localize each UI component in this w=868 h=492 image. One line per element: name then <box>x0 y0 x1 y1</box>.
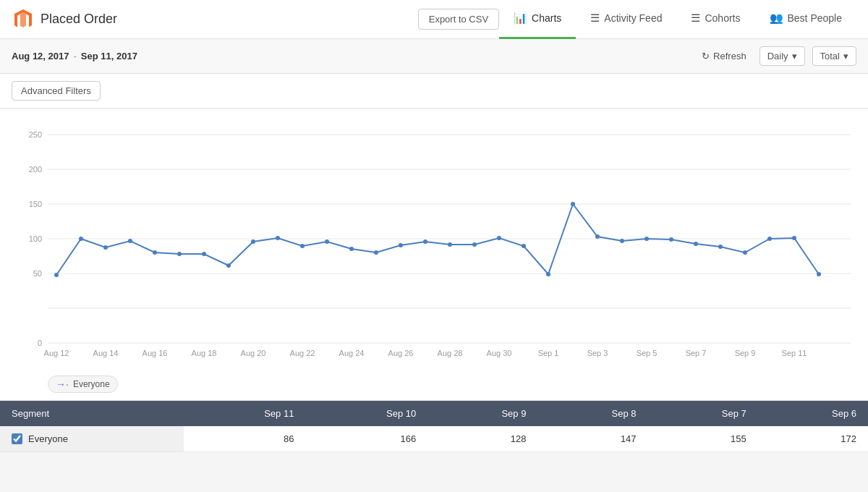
segment-label: Everyone <box>28 433 68 444</box>
svg-marker-1 <box>20 12 26 27</box>
data-point <box>743 250 747 255</box>
filters-bar: Advanced Filters <box>0 74 868 109</box>
data-point <box>718 245 723 249</box>
tab-charts[interactable]: 📊 Charts <box>499 0 576 39</box>
data-point <box>153 250 157 255</box>
data-point <box>423 239 427 244</box>
data-point <box>374 250 378 255</box>
tab-cohorts[interactable]: ☰ Cohorts <box>676 0 754 39</box>
data-point <box>644 237 649 241</box>
data-table: Segment Sep 11 Sep 10 Sep 9 Sep 8 Sep 7 <box>0 401 868 452</box>
header-logo: Placed Order <box>12 8 117 31</box>
data-point <box>226 263 231 268</box>
table-cell-value: 147 <box>537 426 647 452</box>
svg-text:Aug 16: Aug 16 <box>142 349 168 357</box>
data-point <box>399 243 403 247</box>
svg-text:Aug 20: Aug 20 <box>241 349 266 357</box>
magento-icon <box>12 8 35 31</box>
data-point <box>792 236 796 240</box>
svg-text:250: 250 <box>29 130 42 139</box>
segment-checkbox[interactable] <box>12 433 22 444</box>
advanced-filters-button[interactable]: Advanced Filters <box>12 81 101 101</box>
svg-text:100: 100 <box>29 234 42 243</box>
data-point <box>251 239 255 244</box>
tab-activity-feed[interactable]: ☰ Activity Feed <box>576 0 676 39</box>
refresh-label: Refresh <box>713 51 746 62</box>
svg-text:Aug 18: Aug 18 <box>192 349 217 357</box>
export-csv-button[interactable]: Export to CSV <box>418 9 499 30</box>
frequency-label: Daily <box>767 51 788 62</box>
data-point <box>522 244 526 248</box>
chart-svg-wrapper: 250 200 150 100 50 0 Aug 12 Aug 14 Aug 1… <box>12 120 856 368</box>
date-range: Aug 12, 2017 - Sep 11, 2017 <box>12 51 137 62</box>
tab-charts-label: Charts <box>532 12 561 24</box>
svg-text:0: 0 <box>38 339 42 347</box>
data-point <box>103 245 108 250</box>
svg-text:Sep 7: Sep 7 <box>686 349 707 357</box>
legend-line-icon: →· <box>56 378 69 390</box>
segment-cell: Everyone <box>0 426 184 452</box>
end-date: Sep 11, 2017 <box>81 51 137 62</box>
col-sep10: Sep 10 <box>305 401 427 426</box>
table-cell-value: 172 <box>758 426 868 452</box>
data-point <box>54 273 59 277</box>
date-separator: - <box>74 51 77 62</box>
chart-line <box>56 204 819 275</box>
data-point <box>571 202 575 206</box>
data-point <box>694 242 698 246</box>
table-cell-value: 166 <box>305 426 427 452</box>
data-point <box>497 236 501 240</box>
table-row: Everyone86166128147155172 <box>0 426 868 452</box>
activity-feed-icon: ☰ <box>590 12 600 25</box>
svg-text:Aug 14: Aug 14 <box>93 349 119 357</box>
legend-everyone[interactable]: →· Everyone <box>48 376 118 393</box>
data-point <box>595 234 600 239</box>
data-table-wrapper: Segment Sep 11 Sep 10 Sep 9 Sep 8 Sep 7 <box>0 401 868 452</box>
svg-text:Sep 1: Sep 1 <box>538 349 559 357</box>
data-point <box>448 242 452 247</box>
data-point <box>472 242 477 247</box>
chart-container: 250 200 150 100 50 0 Aug 12 Aug 14 Aug 1… <box>0 109 868 401</box>
svg-text:Sep 3: Sep 3 <box>587 349 608 357</box>
table-body: Everyone86166128147155172 <box>0 426 868 452</box>
data-point <box>767 237 772 241</box>
table-cell-value: 155 <box>648 426 758 452</box>
data-point <box>79 237 83 241</box>
line-chart: 250 200 150 100 50 0 Aug 12 Aug 14 Aug 1… <box>12 120 856 366</box>
refresh-button[interactable]: ↻ Refresh <box>696 47 752 65</box>
tab-best-people[interactable]: 👥 Best People <box>755 0 857 39</box>
cohorts-icon: ☰ <box>691 12 700 25</box>
aggregate-dropdown[interactable]: Total ▾ <box>812 46 856 66</box>
data-point <box>349 247 354 251</box>
svg-text:Sep 9: Sep 9 <box>735 349 756 357</box>
frequency-dropdown[interactable]: Daily ▾ <box>760 46 805 66</box>
app-header: Placed Order Export to CSV 📊 Charts ☰ Ac… <box>0 0 868 39</box>
best-people-icon: 👥 <box>770 12 783 25</box>
svg-text:50: 50 <box>33 269 42 278</box>
svg-text:Aug 12: Aug 12 <box>44 349 69 357</box>
svg-text:150: 150 <box>29 200 42 208</box>
data-point <box>276 236 280 240</box>
refresh-icon: ↻ <box>702 51 710 62</box>
data-point <box>300 244 305 248</box>
legend-everyone-label: Everyone <box>73 379 110 389</box>
chevron-down-icon: ▾ <box>792 51 797 62</box>
svg-text:Sep 5: Sep 5 <box>637 349 658 357</box>
data-point <box>325 239 329 244</box>
header-actions: Export to CSV <box>418 9 499 30</box>
tab-cohorts-label: Cohorts <box>705 12 740 24</box>
data-point <box>546 272 550 276</box>
col-sep7: Sep 7 <box>648 401 758 426</box>
tab-best-people-label: Best People <box>788 12 843 24</box>
svg-text:Aug 26: Aug 26 <box>388 349 414 357</box>
col-sep8: Sep 8 <box>537 401 647 426</box>
page-title: Placed Order <box>41 12 117 27</box>
svg-text:Sep 11: Sep 11 <box>782 349 807 357</box>
col-sep11: Sep 11 <box>184 401 306 426</box>
svg-text:Aug 24: Aug 24 <box>339 349 365 357</box>
svg-text:Aug 30: Aug 30 <box>487 349 512 357</box>
svg-text:200: 200 <box>29 165 42 174</box>
charts-icon: 📊 <box>514 12 527 25</box>
chart-legend: →· Everyone <box>12 376 856 393</box>
chevron-down-icon-2: ▾ <box>843 51 848 62</box>
